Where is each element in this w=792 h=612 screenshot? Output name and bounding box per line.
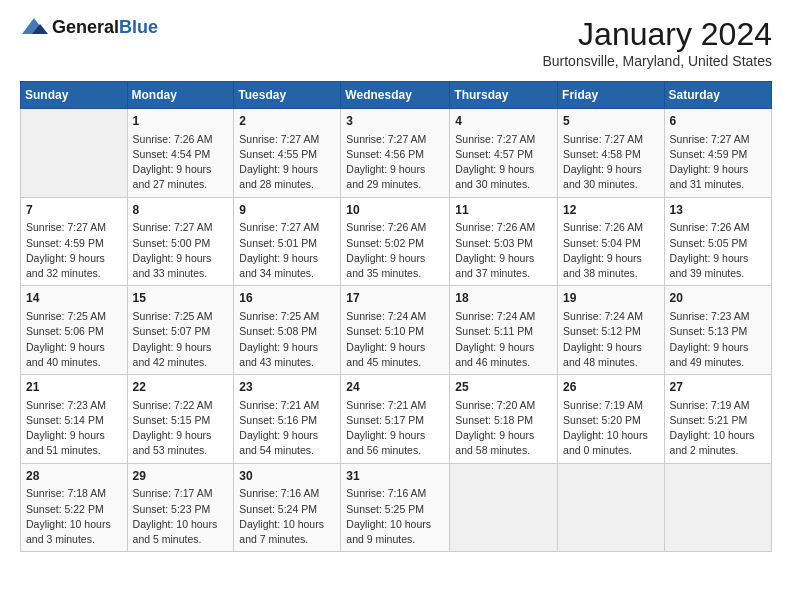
calendar-cell: 30Sunrise: 7:16 AM Sunset: 5:24 PM Dayli… [234, 463, 341, 552]
day-info: Sunrise: 7:21 AM Sunset: 5:16 PM Dayligh… [239, 398, 335, 459]
day-info: Sunrise: 7:24 AM Sunset: 5:11 PM Dayligh… [455, 309, 552, 370]
calendar-cell: 8Sunrise: 7:27 AM Sunset: 5:00 PM Daylig… [127, 197, 234, 286]
day-info: Sunrise: 7:25 AM Sunset: 5:08 PM Dayligh… [239, 309, 335, 370]
calendar-table: SundayMondayTuesdayWednesdayThursdayFrid… [20, 81, 772, 552]
calendar-cell [664, 463, 771, 552]
day-number: 18 [455, 290, 552, 307]
day-number: 8 [133, 202, 229, 219]
day-info: Sunrise: 7:26 AM Sunset: 5:04 PM Dayligh… [563, 220, 659, 281]
location: Burtonsville, Maryland, United States [542, 53, 772, 69]
day-number: 25 [455, 379, 552, 396]
day-of-week-header: Friday [558, 82, 665, 109]
calendar-header-row: SundayMondayTuesdayWednesdayThursdayFrid… [21, 82, 772, 109]
day-number: 15 [133, 290, 229, 307]
calendar-cell: 15Sunrise: 7:25 AM Sunset: 5:07 PM Dayli… [127, 286, 234, 375]
logo-text-general: General [52, 17, 119, 37]
calendar-cell: 29Sunrise: 7:17 AM Sunset: 5:23 PM Dayli… [127, 463, 234, 552]
day-info: Sunrise: 7:19 AM Sunset: 5:20 PM Dayligh… [563, 398, 659, 459]
calendar-cell [558, 463, 665, 552]
calendar-cell: 2Sunrise: 7:27 AM Sunset: 4:55 PM Daylig… [234, 109, 341, 198]
logo-text-blue: Blue [119, 17, 158, 37]
calendar-cell: 12Sunrise: 7:26 AM Sunset: 5:04 PM Dayli… [558, 197, 665, 286]
day-info: Sunrise: 7:26 AM Sunset: 5:03 PM Dayligh… [455, 220, 552, 281]
calendar-cell: 10Sunrise: 7:26 AM Sunset: 5:02 PM Dayli… [341, 197, 450, 286]
calendar-cell: 22Sunrise: 7:22 AM Sunset: 5:15 PM Dayli… [127, 375, 234, 464]
calendar-cell: 24Sunrise: 7:21 AM Sunset: 5:17 PM Dayli… [341, 375, 450, 464]
day-number: 7 [26, 202, 122, 219]
day-info: Sunrise: 7:23 AM Sunset: 5:14 PM Dayligh… [26, 398, 122, 459]
day-number: 3 [346, 113, 444, 130]
title-area: January 2024 Burtonsville, Maryland, Uni… [542, 16, 772, 69]
calendar-cell: 20Sunrise: 7:23 AM Sunset: 5:13 PM Dayli… [664, 286, 771, 375]
calendar-cell [21, 109, 128, 198]
day-info: Sunrise: 7:27 AM Sunset: 4:58 PM Dayligh… [563, 132, 659, 193]
logo: GeneralBlue [20, 16, 158, 38]
calendar-cell: 21Sunrise: 7:23 AM Sunset: 5:14 PM Dayli… [21, 375, 128, 464]
day-of-week-header: Wednesday [341, 82, 450, 109]
calendar-week-row: 7Sunrise: 7:27 AM Sunset: 4:59 PM Daylig… [21, 197, 772, 286]
header: GeneralBlue January 2024 Burtonsville, M… [20, 16, 772, 69]
day-number: 23 [239, 379, 335, 396]
day-number: 22 [133, 379, 229, 396]
day-info: Sunrise: 7:27 AM Sunset: 5:01 PM Dayligh… [239, 220, 335, 281]
calendar-cell: 19Sunrise: 7:24 AM Sunset: 5:12 PM Dayli… [558, 286, 665, 375]
calendar-week-row: 1Sunrise: 7:26 AM Sunset: 4:54 PM Daylig… [21, 109, 772, 198]
day-number: 14 [26, 290, 122, 307]
calendar-cell: 6Sunrise: 7:27 AM Sunset: 4:59 PM Daylig… [664, 109, 771, 198]
day-info: Sunrise: 7:27 AM Sunset: 4:55 PM Dayligh… [239, 132, 335, 193]
calendar-week-row: 28Sunrise: 7:18 AM Sunset: 5:22 PM Dayli… [21, 463, 772, 552]
calendar-cell: 27Sunrise: 7:19 AM Sunset: 5:21 PM Dayli… [664, 375, 771, 464]
day-info: Sunrise: 7:16 AM Sunset: 5:24 PM Dayligh… [239, 486, 335, 547]
calendar-cell [450, 463, 558, 552]
calendar-body: 1Sunrise: 7:26 AM Sunset: 4:54 PM Daylig… [21, 109, 772, 552]
day-number: 6 [670, 113, 766, 130]
day-info: Sunrise: 7:16 AM Sunset: 5:25 PM Dayligh… [346, 486, 444, 547]
day-info: Sunrise: 7:24 AM Sunset: 5:10 PM Dayligh… [346, 309, 444, 370]
calendar-week-row: 21Sunrise: 7:23 AM Sunset: 5:14 PM Dayli… [21, 375, 772, 464]
month-year: January 2024 [542, 16, 772, 53]
day-number: 17 [346, 290, 444, 307]
day-info: Sunrise: 7:27 AM Sunset: 4:57 PM Dayligh… [455, 132, 552, 193]
calendar-cell: 4Sunrise: 7:27 AM Sunset: 4:57 PM Daylig… [450, 109, 558, 198]
day-number: 2 [239, 113, 335, 130]
day-number: 9 [239, 202, 335, 219]
day-info: Sunrise: 7:20 AM Sunset: 5:18 PM Dayligh… [455, 398, 552, 459]
logo-icon [20, 16, 48, 38]
calendar-cell: 7Sunrise: 7:27 AM Sunset: 4:59 PM Daylig… [21, 197, 128, 286]
day-number: 24 [346, 379, 444, 396]
calendar-cell: 18Sunrise: 7:24 AM Sunset: 5:11 PM Dayli… [450, 286, 558, 375]
calendar-cell: 28Sunrise: 7:18 AM Sunset: 5:22 PM Dayli… [21, 463, 128, 552]
day-of-week-header: Monday [127, 82, 234, 109]
day-number: 4 [455, 113, 552, 130]
day-info: Sunrise: 7:27 AM Sunset: 4:56 PM Dayligh… [346, 132, 444, 193]
day-info: Sunrise: 7:21 AM Sunset: 5:17 PM Dayligh… [346, 398, 444, 459]
day-info: Sunrise: 7:23 AM Sunset: 5:13 PM Dayligh… [670, 309, 766, 370]
day-info: Sunrise: 7:17 AM Sunset: 5:23 PM Dayligh… [133, 486, 229, 547]
day-number: 5 [563, 113, 659, 130]
calendar-cell: 3Sunrise: 7:27 AM Sunset: 4:56 PM Daylig… [341, 109, 450, 198]
day-number: 12 [563, 202, 659, 219]
day-number: 29 [133, 468, 229, 485]
day-of-week-header: Saturday [664, 82, 771, 109]
day-info: Sunrise: 7:22 AM Sunset: 5:15 PM Dayligh… [133, 398, 229, 459]
day-info: Sunrise: 7:26 AM Sunset: 4:54 PM Dayligh… [133, 132, 229, 193]
day-of-week-header: Sunday [21, 82, 128, 109]
calendar-cell: 26Sunrise: 7:19 AM Sunset: 5:20 PM Dayli… [558, 375, 665, 464]
day-number: 10 [346, 202, 444, 219]
day-of-week-header: Thursday [450, 82, 558, 109]
day-number: 1 [133, 113, 229, 130]
day-number: 19 [563, 290, 659, 307]
calendar-cell: 5Sunrise: 7:27 AM Sunset: 4:58 PM Daylig… [558, 109, 665, 198]
day-number: 16 [239, 290, 335, 307]
day-number: 30 [239, 468, 335, 485]
day-number: 13 [670, 202, 766, 219]
day-info: Sunrise: 7:25 AM Sunset: 5:07 PM Dayligh… [133, 309, 229, 370]
calendar-cell: 9Sunrise: 7:27 AM Sunset: 5:01 PM Daylig… [234, 197, 341, 286]
calendar-cell: 14Sunrise: 7:25 AM Sunset: 5:06 PM Dayli… [21, 286, 128, 375]
calendar-cell: 13Sunrise: 7:26 AM Sunset: 5:05 PM Dayli… [664, 197, 771, 286]
day-number: 11 [455, 202, 552, 219]
day-of-week-header: Tuesday [234, 82, 341, 109]
calendar-week-row: 14Sunrise: 7:25 AM Sunset: 5:06 PM Dayli… [21, 286, 772, 375]
day-info: Sunrise: 7:26 AM Sunset: 5:05 PM Dayligh… [670, 220, 766, 281]
calendar-cell: 16Sunrise: 7:25 AM Sunset: 5:08 PM Dayli… [234, 286, 341, 375]
